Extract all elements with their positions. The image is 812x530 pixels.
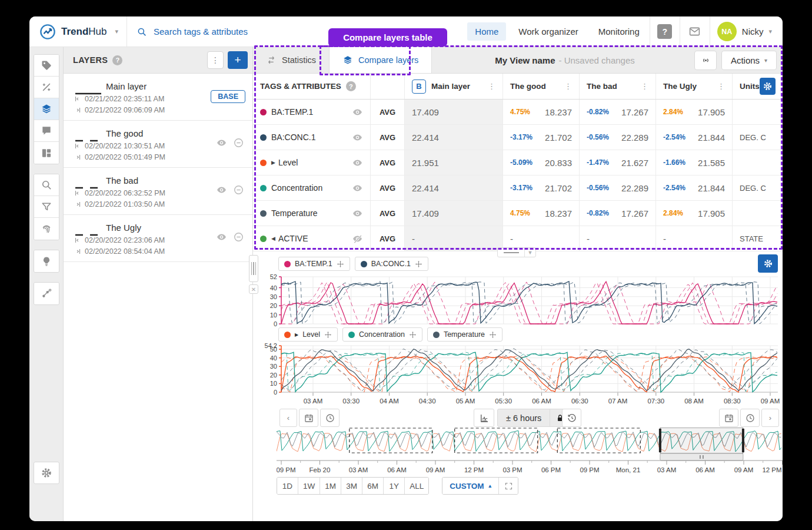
close-icon[interactable]: ✕ [249, 284, 258, 294]
legend-chip-concentration[interactable]: Concentration [342, 327, 422, 342]
chart-mode-button[interactable] [474, 409, 494, 427]
rail-button-tag-icon[interactable] [34, 55, 59, 77]
trend-chart-top[interactable]: 52403020100 [253, 273, 783, 326]
app-brand[interactable]: TrendHub ▾ [29, 23, 127, 41]
cell-aggregation[interactable]: AVG [371, 175, 405, 200]
move-icon[interactable] [337, 260, 344, 268]
eye-icon[interactable] [216, 231, 227, 243]
table-collapse-handle[interactable]: ▼ [497, 247, 536, 257]
actions-button[interactable]: Actions▾ [721, 51, 777, 70]
rail-button-node-graph-icon[interactable] [34, 283, 59, 304]
expand-right-icon[interactable]: ▶ [271, 160, 275, 165]
tab-compare-layers[interactable]: Compare layers [330, 47, 432, 73]
column-menu-icon[interactable]: ⋮ [641, 82, 648, 91]
column-menu-icon[interactable]: ⋮ [564, 82, 572, 91]
context-overview-bar[interactable] [277, 428, 783, 463]
time-range-label[interactable]: ± 6 hours [498, 413, 550, 423]
cell-aggregation[interactable]: AVG [371, 201, 405, 226]
clock-start-button[interactable] [320, 409, 340, 427]
cell-aggregation[interactable]: AVG [371, 150, 405, 175]
cell-aggregation[interactable]: AVG [371, 125, 405, 150]
table-row-temperature[interactable]: TemperatureAVG17.4094.75%18.237-0.82%17.… [253, 201, 783, 226]
expand-right-icon[interactable]: ▶ [295, 332, 298, 337]
help-circle-icon[interactable]: ? [112, 55, 122, 65]
table-row-ba-temp-1[interactable]: BA:TEMP.1AVG17.4094.75%18.237-0.82%17.26… [253, 100, 783, 125]
table-settings-button[interactable] [760, 78, 776, 95]
calendar-end-button[interactable] [719, 409, 738, 427]
move-icon[interactable] [409, 331, 417, 339]
expand-icon[interactable] [499, 478, 518, 494]
legend-chip-ba-conc-1[interactable]: BA:CONC.1 [355, 257, 428, 271]
layer-item-main-layer[interactable]: Main layer02/21/2022 02:35:11 AM02/21/20… [64, 74, 252, 121]
nav-link-home[interactable]: Home [467, 22, 506, 41]
preset-1d[interactable]: 1D [277, 478, 298, 494]
preset-all[interactable]: ALL [405, 478, 428, 494]
rail-button-gear-icon[interactable] [34, 462, 59, 484]
preset-1m[interactable]: 1M [320, 478, 341, 494]
preset-6m[interactable]: 6M [362, 478, 384, 494]
nav-link-monitoring[interactable]: Monitoring [591, 22, 647, 41]
rail-button-formula-icon[interactable] [34, 77, 59, 98]
drag-handle-icon[interactable] [249, 255, 258, 282]
eye-icon[interactable] [352, 157, 363, 168]
column-menu-icon[interactable]: ⋮ [488, 82, 495, 91]
trend-chart-bottom[interactable]: 03 AM03:3004 AM04:3005 AM05:3006 AM06:30… [253, 343, 783, 408]
remove-layer-icon[interactable] [233, 184, 244, 196]
remove-layer-icon[interactable] [233, 231, 244, 243]
rail-button-comment-icon[interactable] [34, 120, 59, 142]
rail-button-lightbulb-icon[interactable] [34, 250, 59, 272]
table-row-ba-conc-1[interactable]: BA:CONC.1AVG22.414-3.17%21.702-0.56%22.2… [253, 125, 783, 150]
rail-button-dashboard-icon[interactable] [34, 142, 59, 164]
move-icon[interactable] [489, 331, 497, 339]
expand-left-icon[interactable]: ◀ [271, 236, 275, 241]
nav-link-work-organizer[interactable]: Work organizer [511, 22, 585, 41]
eye-off-icon[interactable] [352, 233, 363, 244]
legend-chip-level[interactable]: ▶Level [278, 327, 338, 342]
chart-settings-button[interactable] [758, 254, 778, 273]
eye-icon[interactable] [352, 183, 363, 194]
add-layer-button[interactable]: + [228, 51, 248, 69]
preset-1w[interactable]: 1W [298, 478, 320, 494]
preset-1y[interactable]: 1Y [384, 478, 405, 494]
messages-button[interactable] [680, 16, 710, 47]
eye-icon[interactable] [216, 184, 227, 196]
brand-caret-icon[interactable]: ▾ [115, 28, 118, 35]
pan-right-button[interactable]: › [761, 409, 779, 427]
layer-item-the-ugly[interactable]: The Ugly02/20/2022 02:23:06 AM02/20/2022… [64, 215, 252, 262]
help-button[interactable]: ? [650, 16, 680, 47]
rail-button-fingerprint-icon[interactable] [34, 218, 59, 240]
remove-layer-icon[interactable] [233, 137, 244, 148]
rail-button-layers-icon[interactable] [34, 98, 59, 120]
preset-3m[interactable]: 3M [341, 478, 362, 494]
eye-icon[interactable] [352, 208, 363, 219]
eye-icon[interactable] [352, 107, 363, 118]
table-row-level[interactable]: ▶LevelAVG21.951-5.09%20.833-1.47%21.627-… [253, 150, 783, 175]
rail-button-search-icon[interactable] [34, 174, 59, 196]
legend-chip-ba-temp-1[interactable]: BA:TEMP.1 [278, 257, 350, 271]
user-menu[interactable]: NA Nicky ▾ [710, 22, 783, 41]
layers-menu-button[interactable]: ⋮ [207, 51, 224, 69]
clock-end-button[interactable] [740, 409, 760, 427]
pan-left-button[interactable]: ‹ [279, 409, 297, 427]
help-circle-icon[interactable]: ? [346, 81, 356, 91]
history-button[interactable] [562, 409, 581, 427]
live-mode-button[interactable] [694, 51, 717, 70]
layer-item-the-bad[interactable]: The bad02/20/2022 06:32:52 PM02/21/2022 … [64, 168, 252, 215]
legend-chip-temperature[interactable]: Temperature [427, 327, 502, 342]
search-input[interactable] [152, 26, 317, 37]
layer-item-the-good[interactable]: The good02/20/2022 10:30:51 AM02/20/2022… [64, 121, 252, 168]
column-menu-icon[interactable]: ⋮ [717, 82, 725, 91]
eye-icon[interactable] [216, 137, 227, 148]
delta-percent: -0.56% [587, 133, 609, 141]
eye-icon[interactable] [352, 132, 363, 143]
table-row-concentration[interactable]: ConcentrationAVG22.414-3.17%21.702-0.56%… [253, 175, 783, 201]
calendar-start-button[interactable] [299, 409, 318, 427]
tab-statistics[interactable]: Statistics [253, 47, 330, 73]
cell-aggregation[interactable]: AVG [371, 226, 405, 251]
cell-aggregation[interactable]: AVG [371, 100, 405, 124]
move-icon[interactable] [324, 331, 332, 339]
move-icon[interactable] [415, 260, 422, 268]
custom-range-button[interactable]: CUSTOM▴ [442, 478, 499, 494]
chart-axis-handle[interactable]: ✕ [249, 255, 258, 294]
rail-button-filter-icon[interactable] [34, 196, 59, 218]
